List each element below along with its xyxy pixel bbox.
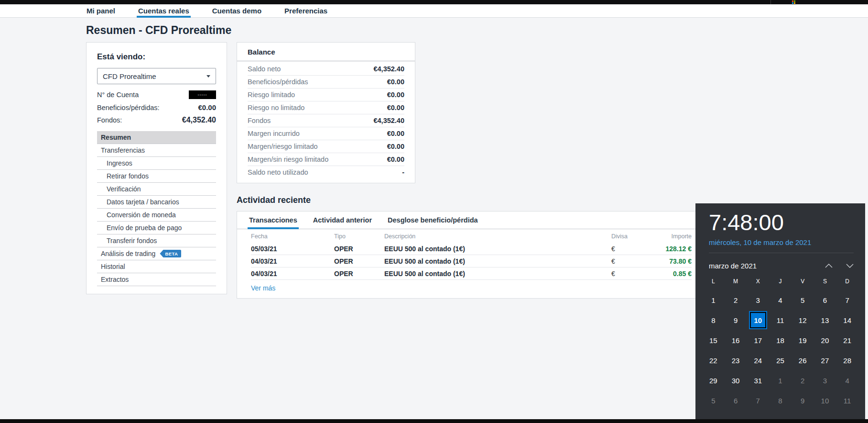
taskbar-app-icon[interactable] xyxy=(792,0,795,4)
calendar-day[interactable]: 28 xyxy=(836,350,858,370)
sidebar-item-transferir-fondos[interactable]: Transferir fondos xyxy=(97,234,216,247)
calendar-day-muted[interactable]: 11 xyxy=(836,390,858,411)
nav-tab-cuentas-reales[interactable]: Cuentas reales xyxy=(137,4,191,17)
sidebar-item-resumen[interactable]: Resumen xyxy=(97,131,216,144)
calendar-day[interactable]: 7 xyxy=(836,290,858,310)
calendar-day[interactable]: 2 xyxy=(725,290,747,310)
table-row: 05/03/21 OPER EEUU 500 al contado (1€) €… xyxy=(251,243,692,255)
sidebar-item-analisis-trading[interactable]: Análisis de trading BETA xyxy=(97,247,216,260)
calendar-day-muted[interactable]: 6 xyxy=(725,390,747,411)
calendar-day[interactable]: 17 xyxy=(747,330,769,350)
sidebar-item-ingresos[interactable]: Ingresos xyxy=(97,157,216,170)
calendar-day[interactable]: 23 xyxy=(725,350,747,370)
account-number-redacted: ----- xyxy=(189,90,216,99)
calendar-day-muted[interactable]: 4 xyxy=(836,370,858,390)
account-number-label: N° de Cuenta xyxy=(97,91,139,99)
balance-row: Margen/sin riesgo limitado€0.00 xyxy=(248,153,404,166)
sidebar-item-verificacion[interactable]: Verificación xyxy=(97,183,216,196)
main-nav: Mi panel Cuentas reales Cuentas demo Pre… xyxy=(0,4,868,18)
sidebar-item-historial[interactable]: Historial xyxy=(97,260,216,273)
calendar-day[interactable]: 5 xyxy=(792,290,814,310)
cell-importe: 73.80 € xyxy=(654,257,692,265)
calendar-day[interactable]: 13 xyxy=(814,310,836,330)
calendar-day[interactable]: 22 xyxy=(702,350,725,370)
calendar-day-muted[interactable]: 1 xyxy=(769,370,792,390)
calendar-day[interactable]: 9 xyxy=(725,310,747,330)
cell-fecha: 05/03/21 xyxy=(251,245,334,253)
sidebar-item-transferencias[interactable]: Transferencias xyxy=(97,144,216,157)
calendar-day-muted[interactable]: 10 xyxy=(814,390,836,411)
account-select[interactable]: CFD Prorealtime xyxy=(97,68,216,84)
calendar-day-muted[interactable]: 5 xyxy=(702,390,725,411)
tab-transacciones[interactable]: Transacciones xyxy=(248,212,299,229)
calendar-day-selected[interactable]: 10 xyxy=(747,310,769,330)
nav-tab-preferencias[interactable]: Preferencias xyxy=(283,4,329,17)
calendar-day[interactable]: 30 xyxy=(725,370,747,390)
bottom-taskbar xyxy=(0,419,868,423)
cell-divisa: € xyxy=(611,270,654,278)
funds-value: €4,352.40 xyxy=(182,116,216,124)
viewer-heading: Está viendo: xyxy=(97,52,216,62)
calendar-day-muted[interactable]: 2 xyxy=(792,370,814,390)
calendar-month-label[interactable]: marzo de 2021 xyxy=(709,262,818,270)
calendar-day[interactable]: 15 xyxy=(702,330,725,350)
sidebar-item-datos-tarjeta[interactable]: Datos tarjeta / bancarios xyxy=(97,196,216,209)
calendar-day[interactable]: 1 xyxy=(702,290,725,310)
cell-descripcion: EEUU 500 al contado (1€) xyxy=(384,257,611,265)
funds-label: Fondos: xyxy=(97,116,122,124)
sidebar-item-conversion-moneda[interactable]: Conversión de moneda xyxy=(97,209,216,222)
cell-divisa: € xyxy=(611,245,654,253)
cell-fecha: 04/03/21 xyxy=(251,257,334,265)
pnl-value: €0.00 xyxy=(198,103,216,111)
funds-row: Fondos: €4,352.40 xyxy=(97,116,216,124)
cell-importe: 0.85 € xyxy=(654,270,692,278)
calendar-day[interactable]: 29 xyxy=(702,370,725,390)
clock-date-link[interactable]: miércoles, 10 de marzo de 2021 xyxy=(709,238,854,246)
col-divisa: Divisa xyxy=(611,233,654,240)
weekday-header: L M X J V S D xyxy=(695,276,865,287)
top-taskbar xyxy=(0,0,868,4)
calendar-day[interactable]: 12 xyxy=(792,310,814,330)
calendar-prev-button[interactable] xyxy=(818,259,839,272)
col-fecha: Fecha xyxy=(251,233,334,240)
nav-tab-mi-panel[interactable]: Mi panel xyxy=(85,4,117,17)
calendar-day[interactable]: 25 xyxy=(769,350,792,370)
calendar-day[interactable]: 11 xyxy=(769,310,792,330)
sidebar-item-envio-prueba-pago[interactable]: Envío de prueba de pago xyxy=(97,222,216,234)
activity-title: Actividad reciente xyxy=(237,195,311,205)
ver-mas-link[interactable]: Ver más xyxy=(251,284,275,292)
calendar-day-muted[interactable]: 8 xyxy=(769,390,792,411)
balance-row: Riesgo limitado€0.00 xyxy=(248,89,404,101)
chevron-down-icon xyxy=(846,264,854,268)
taskbar-divider xyxy=(770,0,771,4)
calendar-day[interactable]: 19 xyxy=(792,330,814,350)
clock-calendar-flyout: 7:48:00 miércoles, 10 de marzo de 2021 m… xyxy=(695,203,865,419)
sidebar-item-retirar-fondos[interactable]: Retirar fondos xyxy=(97,170,216,183)
calendar-day[interactable]: 4 xyxy=(769,290,792,310)
calendar-day[interactable]: 18 xyxy=(769,330,792,350)
balance-row: Beneficios/pérdidas€0.00 xyxy=(248,76,404,89)
calendar-day[interactable]: 20 xyxy=(814,330,836,350)
calendar-day[interactable]: 8 xyxy=(702,310,725,330)
balance-row: Margen incurrido€0.00 xyxy=(248,127,404,140)
calendar-day-muted[interactable]: 3 xyxy=(814,370,836,390)
tab-desglose-beneficio-perdida[interactable]: Desglose beneficio/pérdida xyxy=(386,212,479,229)
calendar-day[interactable]: 27 xyxy=(814,350,836,370)
tab-actividad-anterior[interactable]: Actividad anterior xyxy=(312,212,373,229)
calendar-next-button[interactable] xyxy=(839,259,860,272)
table-row: 04/03/21 OPER EEUU 500 al contado (1€) €… xyxy=(251,267,692,280)
calendar-day[interactable]: 3 xyxy=(747,290,769,310)
calendar-day[interactable]: 31 xyxy=(747,370,769,390)
sidebar-item-extractos[interactable]: Extractos xyxy=(97,273,216,286)
calendar-day-muted[interactable]: 7 xyxy=(747,390,769,411)
calendar-day-muted[interactable]: 9 xyxy=(792,390,814,411)
cell-tipo: OPER xyxy=(334,245,384,253)
calendar-day[interactable]: 21 xyxy=(836,330,858,350)
calendar-day[interactable]: 26 xyxy=(792,350,814,370)
calendar-day[interactable]: 16 xyxy=(725,330,747,350)
calendar-day[interactable]: 24 xyxy=(747,350,769,370)
calendar-day[interactable]: 6 xyxy=(814,290,836,310)
calendar-day[interactable]: 14 xyxy=(836,310,858,330)
nav-tab-cuentas-demo[interactable]: Cuentas demo xyxy=(211,4,263,17)
cell-tipo: OPER xyxy=(334,270,384,278)
